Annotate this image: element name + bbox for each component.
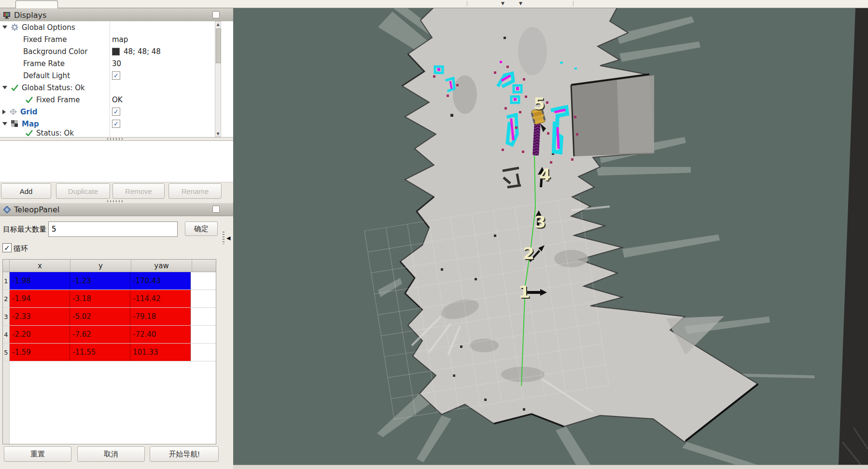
expander-open-icon[interactable] [2, 86, 7, 89]
cell-y-2[interactable]: -3.18 [70, 290, 130, 307]
column-header-yaw[interactable]: yaw [131, 260, 192, 272]
waypoint-table[interactable]: xyyaw 1-1.98-1.23-170.432-1.94-3.18-114.… [2, 259, 216, 444]
tree-row-status-ok[interactable]: Status: Ok [0, 130, 233, 136]
tree-row-value[interactable]: ✓ [112, 69, 120, 82]
tree-row-label: Status: Ok [36, 130, 74, 136]
tree-row-fixed-frame[interactable]: Fixed Framemap [0, 33, 233, 45]
value-text: OK [112, 96, 123, 104]
toolbar-separator [573, 1, 574, 6]
tree-row-value[interactable]: ✓ [112, 118, 120, 130]
row-number-header [3, 260, 10, 272]
tree-row-grid[interactable]: Grid✓ [0, 106, 233, 118]
cell-yaw-5[interactable]: 101.33 [130, 344, 191, 361]
add-button[interactable]: Add [1, 183, 51, 199]
panel-splitter[interactable] [107, 200, 124, 202]
max-goals-input[interactable] [48, 221, 178, 237]
tree-row-fixed-frame[interactable]: Fixed FrameOK [0, 94, 233, 106]
tree-row-background-color[interactable]: Background Color48; 48; 48 [0, 45, 233, 57]
cell-x-1[interactable]: -1.98 [10, 272, 70, 290]
tree-row-value[interactable]: map [112, 33, 128, 45]
cell-yaw-1[interactable]: -170.43 [130, 272, 191, 290]
remove-button: Remove [112, 183, 165, 199]
table-row-1[interactable]: 1-1.98-1.23-170.43 [3, 272, 216, 290]
row-number[interactable]: 4 [3, 326, 10, 343]
loop-label: 循环 [14, 244, 28, 253]
toolbar-tab[interactable] [15, 0, 58, 8]
cell-yaw-2[interactable]: -114.42 [130, 290, 191, 307]
cell-x-3[interactable]: -2.33 [10, 308, 70, 325]
enable-checkbox[interactable]: ✓ [112, 71, 120, 80]
cell-x-5[interactable]: -1.59 [10, 344, 70, 361]
table-body: 1-1.98-1.23-170.432-1.94-3.18-114.423-2.… [3, 272, 216, 361]
tree-row-global-status-ok[interactable]: Global Status: Ok [0, 82, 233, 94]
column-header-y[interactable]: y [70, 260, 131, 272]
row-number[interactable]: 5 [3, 344, 10, 361]
offscreen-wedge [839, 8, 868, 465]
displays-property-tree: Global OptionsFixed FramemapBackground C… [0, 21, 233, 138]
top-toolbar: ▼ ▼ [0, 0, 868, 8]
map-viewport[interactable]: 5 5 4 4 3 3 2 2 1 1 [233, 8, 868, 465]
grid-icon [9, 108, 17, 116]
teleop-float-button[interactable] [212, 206, 220, 213]
dropdown-arrow-icon[interactable]: ▼ [519, 0, 522, 6]
waypoint-label-2: 2 [523, 244, 534, 263]
column-header-x[interactable]: x [10, 260, 70, 272]
dropdown-arrow-icon[interactable]: ▼ [501, 0, 504, 6]
map-icon [11, 120, 19, 128]
table-row-3[interactable]: 3-2.33-5.02-79.18 [3, 308, 216, 326]
tree-row-value[interactable]: OK [112, 94, 123, 106]
confirm-button[interactable]: 确定 [185, 221, 218, 236]
scrollbar-thumb[interactable] [216, 28, 221, 63]
scroll-up-icon[interactable]: ▲ [215, 22, 221, 27]
teleop-panel-titlebar[interactable]: TeleopPanel [0, 203, 233, 216]
displays-icon [3, 11, 11, 19]
tree-row-value[interactable]: ✓ [112, 106, 120, 118]
table-row-5[interactable]: 5-1.59-11.55101.33 [3, 344, 216, 361]
reset-button[interactable]: 重置 [4, 446, 71, 462]
enable-checkbox[interactable]: ✓ [112, 108, 120, 116]
cell-y-5[interactable]: -11.55 [70, 344, 130, 361]
displays-panel-titlebar[interactable]: Displays [0, 8, 233, 22]
displays-float-button[interactable] [212, 11, 220, 18]
teleop-panel-icon [3, 206, 11, 214]
displays-empty-area [0, 140, 233, 182]
tree-row-value[interactable]: 30 [112, 57, 121, 69]
check-icon [11, 83, 19, 92]
value-text: 48; 48; 48 [124, 47, 161, 56]
tree-row-frame-rate[interactable]: Frame Rate30 [0, 57, 233, 69]
cell-y-1[interactable]: -1.23 [70, 272, 130, 290]
table-row-4[interactable]: 4-2.20-7.62-72.40 [3, 326, 216, 344]
tree-scrollbar[interactable]: ▲ ▼ [215, 21, 221, 137]
expander-closed-icon[interactable] [2, 110, 6, 114]
bottom-strip [233, 465, 868, 469]
table-row-2[interactable]: 2-1.94-3.18-114.42 [3, 290, 216, 308]
cell-yaw-3[interactable]: -79.18 [130, 308, 191, 325]
cancel-button[interactable]: 取消 [77, 446, 145, 462]
cell-yaw-4[interactable]: -72.40 [130, 326, 191, 343]
start-navigation-button[interactable]: 开始导航! [150, 446, 219, 462]
splitter-handle[interactable] [223, 232, 224, 244]
row-number[interactable]: 2 [3, 290, 10, 307]
expander-open-icon[interactable] [2, 26, 7, 29]
value-text: map [112, 35, 128, 44]
loop-checkbox[interactable]: ✓ [2, 243, 12, 252]
scroll-down-icon[interactable]: ▼ [215, 132, 221, 136]
row-number[interactable]: 1 [3, 272, 10, 290]
tree-row-map[interactable]: Map✓ [0, 118, 233, 130]
3d-view-canvas[interactable]: 5 5 4 4 3 3 2 2 1 1 [233, 8, 868, 465]
cell-y-4[interactable]: -7.62 [70, 326, 130, 343]
waypoint-label-4: 4 [539, 165, 551, 184]
panel-splitter[interactable] [107, 138, 124, 140]
row-number[interactable]: 3 [3, 308, 10, 325]
expander-open-icon[interactable] [2, 122, 7, 125]
table-header-row: xyyaw [3, 260, 216, 272]
tree-row-global-options[interactable]: Global Options [0, 21, 233, 33]
cell-x-2[interactable]: -1.94 [10, 290, 70, 307]
cell-y-3[interactable]: -5.02 [70, 308, 130, 325]
cell-x-4[interactable]: -2.20 [10, 326, 70, 343]
tree-row-default-light[interactable]: Default Light✓ [0, 69, 233, 82]
color-swatch[interactable] [112, 48, 120, 55]
enable-checkbox[interactable]: ✓ [112, 120, 120, 128]
tree-row-value[interactable]: 48; 48; 48 [112, 45, 161, 57]
collapse-left-icon[interactable]: ◀ [226, 235, 230, 241]
